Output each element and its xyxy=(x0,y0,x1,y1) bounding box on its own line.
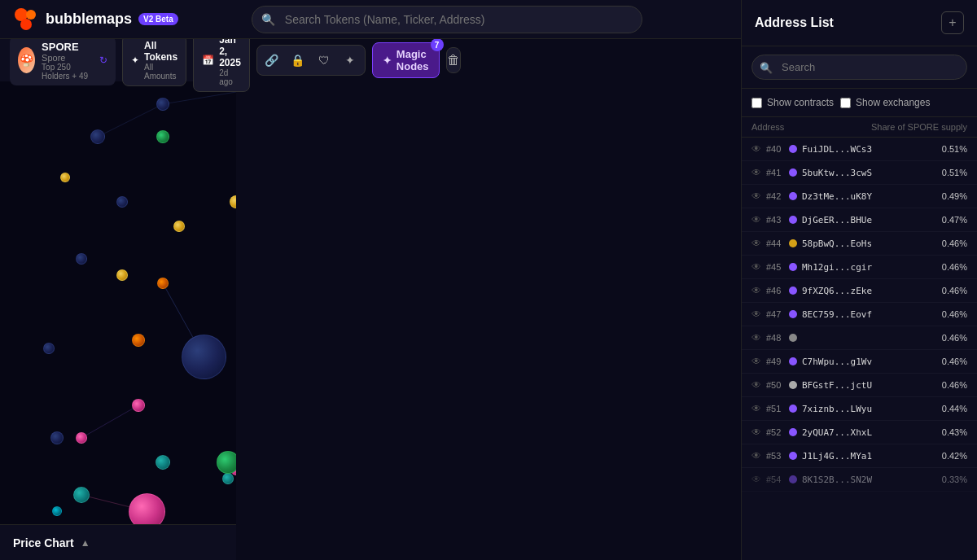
token-info[interactable]: 🍄 SPORE Spore Top 250 Holders + 49 ↻ xyxy=(10,36,116,85)
filter-label: All Tokens xyxy=(144,40,177,63)
address-text: 2yQUA7...XhxL xyxy=(802,427,936,438)
address-percentage: 0.46% xyxy=(936,238,967,248)
bubble-node[interactable] xyxy=(43,343,55,354)
bubble-node[interactable] xyxy=(182,335,226,379)
bubble-node[interactable] xyxy=(222,473,234,484)
col-share-header: Share of SPORE supply xyxy=(871,122,967,132)
address-row[interactable]: 👁 #40 FuiJDL...WCs3 0.51% xyxy=(742,138,977,161)
address-number: #52 xyxy=(766,427,789,437)
lock-icon-button[interactable]: 🔒 xyxy=(287,49,309,72)
address-row[interactable]: 👁 #47 8EC759...Eovf 0.46% xyxy=(742,303,977,326)
calendar-icon: 📅 xyxy=(202,55,214,66)
col-address-header: Address xyxy=(751,122,871,132)
bubble-node[interactable] xyxy=(50,431,64,444)
settings-icon-button[interactable]: ✦ xyxy=(339,49,361,72)
address-percentage: 0.46% xyxy=(936,286,967,295)
address-dot xyxy=(789,145,797,153)
bubble-node[interactable] xyxy=(116,269,128,281)
bubble-node[interactable] xyxy=(76,432,87,444)
search-icon: 🔍 xyxy=(261,13,275,26)
search-input[interactable] xyxy=(252,6,642,33)
bubble-canvas[interactable] xyxy=(0,39,236,560)
bubble-node[interactable] xyxy=(73,487,90,503)
panel-header: Address List + xyxy=(742,0,977,46)
filter-sub: All Amounts xyxy=(144,63,177,81)
address-row[interactable]: 👁 #41 5buKtw...3cwS 0.51% xyxy=(742,161,977,185)
show-contracts-checkbox[interactable] xyxy=(751,98,762,108)
bubble-node[interactable] xyxy=(156,98,169,111)
global-search[interactable]: 🔍 xyxy=(252,6,642,33)
address-text: FuiJDL...WCs3 xyxy=(802,144,936,155)
svg-line-18 xyxy=(81,405,138,438)
address-dot xyxy=(789,192,797,200)
address-number: #51 xyxy=(766,404,789,413)
address-percentage: 0.46% xyxy=(936,357,967,366)
address-text: C7hWpu...g1Wv xyxy=(802,357,936,367)
address-row[interactable]: 👁 #50 BFGstF...jctU 0.46% xyxy=(742,374,977,397)
address-row[interactable]: 👁 #54 8K1S2B...SN2W 0.33% xyxy=(742,468,977,492)
address-percentage: 0.44% xyxy=(936,404,967,413)
panel-search-area[interactable]: 🔍 xyxy=(742,46,977,89)
eye-icon[interactable]: 👁 xyxy=(751,379,761,391)
address-row[interactable]: 👁 #51 7xiznb...LWyu 0.44% xyxy=(742,397,977,421)
panel-add-button[interactable]: + xyxy=(941,11,964,34)
eye-icon[interactable]: 👁 xyxy=(751,308,761,320)
logo-area: bubblemaps V2 Beta xyxy=(13,7,178,33)
date-sub: 2d ago xyxy=(219,68,241,86)
clear-button[interactable]: 🗑 xyxy=(446,47,461,73)
address-row[interactable]: 👁 #52 2yQUA7...XhxL 0.43% xyxy=(742,421,977,444)
network-lines xyxy=(0,39,236,560)
address-row[interactable]: 👁 #48 0.46% xyxy=(742,326,977,350)
panel-search-input[interactable] xyxy=(751,55,967,80)
bubble-node[interactable] xyxy=(132,399,145,412)
bubble-node[interactable] xyxy=(52,506,62,516)
eye-icon[interactable]: 👁 xyxy=(751,403,761,414)
token-filter-button[interactable]: ✦ All Tokens All Amounts xyxy=(122,34,186,86)
eye-icon[interactable]: 👁 xyxy=(751,238,761,249)
address-row[interactable]: 👁 #49 C7hWpu...g1Wv 0.46% xyxy=(742,350,977,374)
eye-icon[interactable]: 👁 xyxy=(751,450,761,462)
shield-icon-button[interactable]: 🛡 xyxy=(313,49,335,72)
bubble-node[interactable] xyxy=(90,129,105,144)
address-list[interactable]: 👁 #40 FuiJDL...WCs3 0.51% 👁 #41 5buKtw..… xyxy=(742,138,977,560)
bubble-node[interactable] xyxy=(132,334,145,347)
address-row[interactable]: 👁 #44 58pBwQ...EoHs 0.46% xyxy=(742,232,977,256)
eye-icon[interactable]: 👁 xyxy=(751,190,761,202)
address-row[interactable]: 👁 #42 Dz3tMe...uK8Y 0.49% xyxy=(742,185,977,208)
link-icon-button[interactable]: 🔗 xyxy=(261,49,283,72)
address-row[interactable]: 👁 #46 9fXZQ6...zEke 0.46% xyxy=(742,279,977,303)
eye-icon[interactable]: 👁 xyxy=(751,474,761,485)
refresh-icon[interactable]: ↻ xyxy=(99,55,107,66)
eye-icon[interactable]: 👁 xyxy=(751,143,761,155)
bubble-node[interactable] xyxy=(230,195,236,208)
address-row[interactable]: 👁 #45 Mh12gi...cgir 0.46% xyxy=(742,256,977,279)
bubble-node[interactable] xyxy=(217,451,236,474)
show-exchanges-filter[interactable]: Show exchanges xyxy=(840,97,930,108)
address-row[interactable]: 👁 #53 J1Lj4G...MYa1 0.42% xyxy=(742,444,977,468)
show-exchanges-checkbox[interactable] xyxy=(840,98,851,108)
magic-nodes-button[interactable]: ✦ Magic Nodes 7 xyxy=(372,42,440,78)
bubble-node[interactable] xyxy=(116,196,128,208)
svg-line-23 xyxy=(98,104,163,137)
eye-icon[interactable]: 👁 xyxy=(751,214,761,225)
address-number: #46 xyxy=(766,286,789,295)
bubble-node[interactable] xyxy=(76,253,87,265)
eye-icon[interactable]: 👁 xyxy=(751,167,761,178)
bubble-node[interactable] xyxy=(60,173,70,182)
bubble-node[interactable] xyxy=(156,455,170,470)
bubble-node[interactable] xyxy=(156,130,169,143)
eye-icon[interactable]: 👁 xyxy=(751,261,761,273)
eye-icon[interactable]: 👁 xyxy=(751,356,761,367)
address-number: #45 xyxy=(766,262,789,272)
bubble-node[interactable] xyxy=(157,278,169,289)
eye-icon[interactable]: 👁 xyxy=(751,332,761,343)
address-dot xyxy=(789,168,797,177)
eye-icon[interactable]: 👁 xyxy=(751,285,761,296)
price-chart-button[interactable]: Price Chart ▲ xyxy=(0,524,236,560)
svg-point-2 xyxy=(20,19,32,30)
bubble-node[interactable] xyxy=(173,221,185,232)
show-contracts-filter[interactable]: Show contracts xyxy=(751,97,834,108)
address-row[interactable]: 👁 #43 DjGeER...BHUe 0.47% xyxy=(742,208,977,232)
eye-icon[interactable]: 👁 xyxy=(751,427,761,438)
address-text: J1Lj4G...MYa1 xyxy=(802,451,936,462)
